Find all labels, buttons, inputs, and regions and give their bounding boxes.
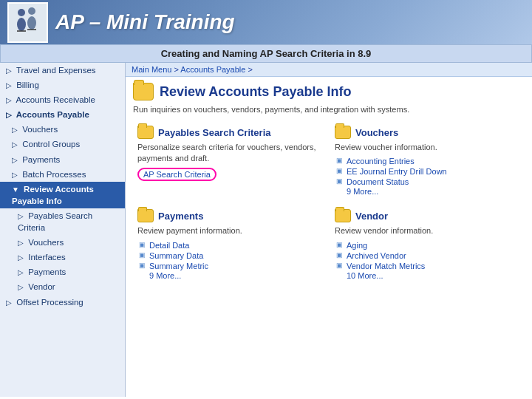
sidebar-item-label: Accounts Payable (16, 110, 89, 119)
arrow-icon: ▷ (12, 171, 18, 179)
sidebar-item-label: Travel and Expenses (16, 66, 96, 75)
sidebar-item-billing[interactable]: ▷ Billing (0, 78, 125, 92)
sidebar-item-label: Review Accounts Payable Info (12, 185, 94, 205)
section-payments: Payments Review payment information. Det… (132, 203, 329, 287)
svg-point-1 (17, 18, 26, 31)
sidebar-item-batch[interactable]: ▷ Batch Processes (0, 167, 125, 182)
svg-point-3 (27, 16, 36, 30)
subtitle-text: Creating and Naming AP Search Criteria i… (161, 48, 372, 59)
sidebar-item-interfaces[interactable]: ▷ Interfaces (0, 250, 125, 265)
logo (7, 2, 48, 43)
section-header-row: Payables Search Criteria (137, 126, 323, 139)
summary-metric-link[interactable]: Summary Metric (137, 261, 323, 271)
sidebar: ▷ Travel and Expenses ▷ Billing ▷ Accoun… (0, 63, 126, 397)
arrow-icon: ▼ (12, 185, 19, 194)
section-header-row: Payments (137, 209, 323, 222)
section-title-vendor: Vendor (355, 211, 388, 222)
arrow-icon: ▷ (18, 239, 24, 247)
folder-icon-small (137, 209, 154, 222)
main-layout: ▷ Travel and Expenses ▷ Billing ▷ Accoun… (0, 63, 532, 397)
page-title: Review Accounts Payable Info (160, 84, 351, 100)
detail-data-link[interactable]: Detail Data (137, 240, 323, 250)
sidebar-item-label: Payments (28, 267, 66, 276)
section-desc-vouchers: Review voucher information. (335, 142, 520, 153)
aging-link[interactable]: Aging (335, 240, 520, 250)
accounting-entries-link[interactable]: Accounting Entries (335, 156, 520, 166)
arrow-icon: ▷ (6, 81, 12, 89)
section-header-row: Vouchers (335, 126, 520, 139)
vendor-match-link[interactable]: Vendor Match Metrics (335, 261, 520, 271)
folder-icon-small (137, 126, 154, 139)
arrow-icon: ▷ (18, 268, 24, 276)
arrow-icon: ▷ (18, 283, 24, 291)
sidebar-item-vouchers[interactable]: ▷ Vouchers (0, 122, 125, 137)
page-header: Review Accounts Payable Info (126, 77, 532, 103)
sidebar-item-label: Accounts Receivable (16, 95, 95, 104)
arrow-icon: ▷ (6, 66, 12, 75)
sidebar-item-ar[interactable]: ▷ Accounts Receivable (0, 92, 125, 107)
document-status-link[interactable]: Document Status (335, 177, 520, 187)
arrow-icon: ▷ (12, 126, 18, 134)
svg-point-2 (28, 7, 35, 15)
sidebar-item-label: Vendor (28, 282, 55, 291)
sidebar-item-vendor[interactable]: ▷ Vendor (0, 279, 125, 294)
sidebar-item-label: Vouchers (22, 125, 58, 134)
sidebar-item-label: Offset Processing (16, 298, 83, 307)
summary-data-link[interactable]: Summary Data (137, 250, 323, 261)
sidebar-item-label: Interfaces (28, 253, 66, 262)
folder-icon-small (335, 126, 351, 139)
sidebar-item-offset[interactable]: ▷ Offset Processing (0, 295, 125, 310)
section-vouchers: Vouchers Review voucher information. Acc… (329, 120, 526, 203)
sidebar-item-payables-search[interactable]: ▷ Payables Search Criteria (0, 208, 125, 235)
sidebar-item-payments[interactable]: ▷ Payments (0, 152, 125, 167)
archived-vendor-link[interactable]: Archived Vendor (335, 250, 520, 261)
section-desc-payments: Review payment information. (137, 225, 323, 236)
arrow-icon: ▷ (12, 140, 18, 149)
section-header-row: Vendor (335, 209, 520, 222)
sidebar-item-label: Batch Processes (22, 170, 86, 179)
vendor-more-link[interactable]: 10 More... (335, 271, 520, 280)
sidebar-item-label: Payments (22, 155, 60, 164)
subtitle-bar: Creating and Naming AP Search Criteria i… (0, 44, 532, 63)
sidebar-item-review-ap[interactable]: ▼ Review Accounts Payable Info (0, 182, 125, 208)
section-title-payments: Payments (158, 211, 203, 222)
section-title-payables: Payables Search Criteria (158, 127, 270, 138)
svg-point-0 (18, 9, 25, 16)
folder-icon-small (335, 209, 351, 222)
sidebar-item-label: Vouchers (28, 238, 64, 247)
page-description: Run inquiries on vouchers, vendors, paym… (126, 103, 532, 120)
grid-sections: Payables Search Criteria Personalize sea… (126, 120, 532, 287)
section-payables-search: Payables Search Criteria Personalize sea… (132, 120, 329, 203)
arrow-icon: ▷ (12, 156, 18, 164)
payments-more-link[interactable]: 9 More... (137, 271, 323, 280)
ee-journal-link[interactable]: EE Journal Entry Drill Down (335, 166, 520, 177)
sidebar-item-sub-payments[interactable]: ▷ Payments (0, 265, 125, 279)
arrow-icon: ▷ (6, 96, 12, 104)
arrow-icon: ▷ (6, 111, 12, 119)
arrow-icon: ▷ (18, 253, 24, 262)
sidebar-item-label: Control Groups (22, 140, 80, 149)
arrow-icon: ▷ (6, 299, 12, 307)
sidebar-item-control-groups[interactable]: ▷ Control Groups (0, 137, 125, 151)
header-title: AP – Mini Training (55, 10, 235, 34)
ap-search-criteria-link[interactable]: AP Search Criteria (137, 168, 216, 181)
vouchers-more-link[interactable]: 9 More... (335, 187, 520, 196)
section-title-vouchers: Vouchers (355, 127, 398, 138)
sidebar-item-ap[interactable]: ▷ Accounts Payable (0, 107, 125, 122)
sidebar-item-label: Payables Search Criteria (18, 211, 92, 232)
breadcrumb-ap[interactable]: Accounts Payable (180, 65, 245, 74)
section-desc-payables: Personalize search criteria for vouchers… (137, 142, 323, 165)
sidebar-item-travel[interactable]: ▷ Travel and Expenses (0, 63, 125, 78)
header: AP – Mini Training (0, 0, 532, 44)
folder-icon-large (133, 83, 154, 100)
content-area: Main Menu > Accounts Payable > Review Ac… (126, 63, 532, 397)
section-vendor: Vendor Review vendor information. Aging … (329, 203, 526, 287)
sidebar-item-label: Billing (16, 81, 39, 89)
breadcrumb-main-menu[interactable]: Main Menu (132, 65, 171, 74)
arrow-icon: ▷ (18, 212, 24, 220)
sidebar-item-sub-vouchers[interactable]: ▷ Vouchers (0, 235, 125, 250)
section-desc-vendor: Review vendor information. (335, 225, 520, 236)
breadcrumb: Main Menu > Accounts Payable > (126, 63, 532, 77)
